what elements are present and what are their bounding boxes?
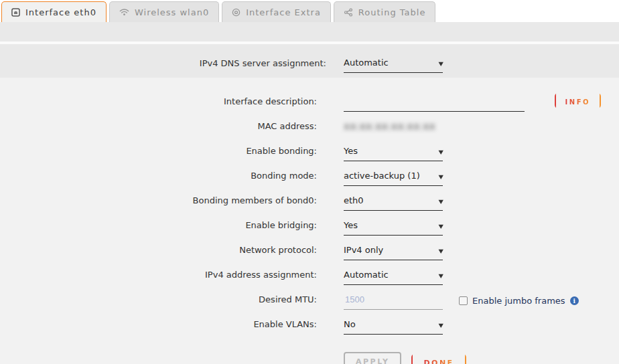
row-enable-vlans: Enable VLANs: No ▼: [0, 310, 619, 335]
interface-description-input[interactable]: [344, 97, 525, 112]
done-button[interactable]: DONE: [411, 354, 466, 364]
field-label: IPv4 DNS server assignment:: [0, 58, 326, 78]
bonding-mode-select[interactable]: active-backup (1) ▼: [344, 171, 443, 186]
selected-value: Yes: [344, 146, 358, 156]
field-label: IPv4 address assignment:: [0, 270, 317, 285]
dropdown-caret-icon: ▼: [438, 248, 443, 254]
row-ipv4-assignment: IPv4 address assignment: Automatic ▼: [0, 260, 619, 285]
toolbar-band: [0, 22, 619, 41]
tab-wireless-wlan0[interactable]: Wireless wlan0: [109, 1, 219, 22]
done-button-label: DONE: [423, 359, 454, 364]
row-dns-assignment: IPv4 DNS server assignment: Automatic ▼: [0, 46, 619, 78]
row-mac-address: MAC address: XX:XX:XX:XX:XX:XX: [0, 112, 619, 136]
field-label: Bonding mode:: [0, 171, 317, 186]
share-nodes-icon: [344, 8, 353, 17]
field-label: MAC address:: [0, 121, 317, 136]
tab-interface-extra[interactable]: Interface Extra: [222, 1, 331, 22]
selected-value: Yes: [344, 220, 358, 230]
row-bonding-members: Bonding members of bond0: eth0 ▼: [0, 186, 619, 211]
field-label: Bonding members of bond0:: [0, 195, 317, 211]
bonding-members-select[interactable]: eth0 ▼: [344, 195, 443, 211]
dropdown-caret-icon: ▼: [438, 149, 443, 155]
row-desired-mtu: Desired MTU: Enable jumbo frames i: [0, 285, 619, 310]
info-button-label: INFO: [565, 98, 590, 106]
tab-bar: Interface eth0 Wireless wlan0 Interface …: [0, 0, 619, 22]
selected-value: No: [344, 319, 356, 329]
row-bonding-mode: Bonding mode: active-backup (1) ▼: [0, 161, 619, 186]
dns-assignment-select[interactable]: Automatic ▼: [344, 58, 443, 73]
target-icon: [232, 8, 240, 17]
tab-label: Interface eth0: [25, 7, 96, 17]
desired-mtu-input[interactable]: [344, 294, 443, 310]
tab-label: Routing Table: [358, 7, 426, 17]
dropdown-caret-icon: ▼: [438, 174, 443, 180]
field-label: Enable bonding:: [0, 146, 317, 161]
wifi-icon: [119, 8, 129, 16]
row-enable-bonding: Enable bonding: Yes ▼: [0, 136, 619, 161]
enable-bonding-select[interactable]: Yes ▼: [344, 146, 443, 161]
row-network-protocol: Network protocol: IPv4 only ▼: [0, 236, 619, 260]
field-label: Interface description:: [0, 96, 317, 112]
info-button[interactable]: INFO: [555, 93, 601, 108]
selected-value: eth0: [344, 195, 364, 205]
row-interface-description: Interface description: INFO: [0, 87, 619, 112]
selected-value: IPv4 only: [344, 245, 383, 255]
field-label: Enable bridging:: [0, 220, 317, 236]
dropdown-caret-icon: ▼: [438, 61, 443, 67]
field-label: Desired MTU:: [0, 294, 317, 310]
tab-label: Wireless wlan0: [135, 7, 209, 17]
mac-address-value-redacted: XX:XX:XX:XX:XX:XX: [344, 122, 435, 136]
dropdown-caret-icon: ▼: [438, 323, 443, 329]
selected-value: Automatic: [344, 58, 389, 68]
enable-vlans-select[interactable]: No ▼: [344, 319, 443, 335]
field-label: Enable VLANs:: [0, 319, 317, 335]
dropdown-caret-icon: ▼: [438, 223, 443, 230]
field-label: Network protocol:: [0, 245, 317, 260]
apply-button[interactable]: APPLY: [344, 352, 401, 364]
dns-section: IPv4 DNS server assignment: Automatic ▼: [0, 44, 619, 78]
row-enable-bridging: Enable bridging: Yes ▼: [0, 211, 619, 236]
enable-bridging-select[interactable]: Yes ▼: [344, 220, 443, 236]
jumbo-frames-group: Enable jumbo frames i: [459, 296, 579, 310]
tab-interface-eth0[interactable]: Interface eth0: [1, 1, 107, 22]
network-protocol-select[interactable]: IPv4 only ▼: [344, 245, 443, 260]
tab-label: Interface Extra: [246, 7, 321, 17]
ethernet-port-icon: [11, 8, 20, 17]
info-circle-icon[interactable]: i: [570, 296, 579, 305]
dropdown-caret-icon: ▼: [438, 273, 443, 279]
jumbo-frames-checkbox[interactable]: [459, 296, 468, 305]
dropdown-caret-icon: ▼: [438, 199, 443, 205]
action-buttons: APPLY DONE: [344, 352, 619, 364]
selected-value: Automatic: [344, 270, 389, 280]
tab-routing-table[interactable]: Routing Table: [334, 1, 436, 22]
selected-value: active-backup (1): [344, 171, 420, 181]
ipv4-assignment-select[interactable]: Automatic ▼: [344, 270, 443, 285]
interface-form: Interface description: INFO MAC address:…: [0, 78, 619, 364]
jumbo-frames-label: Enable jumbo frames: [472, 296, 565, 306]
